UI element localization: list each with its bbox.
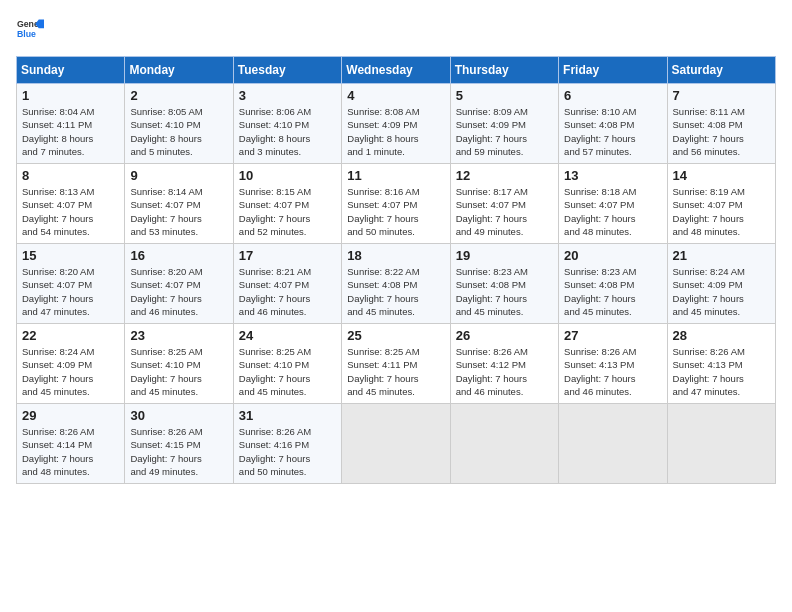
calendar-cell: 22Sunrise: 8:24 AMSunset: 4:09 PMDayligh…: [17, 324, 125, 404]
day-number: 18: [347, 248, 444, 263]
day-number: 6: [564, 88, 661, 103]
day-info: and 50 minutes.: [347, 225, 444, 238]
day-info: Sunrise: 8:17 AM: [456, 185, 553, 198]
day-info: Sunset: 4:08 PM: [456, 278, 553, 291]
day-info: Sunset: 4:07 PM: [22, 198, 119, 211]
day-number: 24: [239, 328, 336, 343]
day-info: Daylight: 8 hours: [22, 132, 119, 145]
day-info: Sunrise: 8:08 AM: [347, 105, 444, 118]
day-info: Daylight: 7 hours: [22, 292, 119, 305]
day-info: Sunset: 4:13 PM: [564, 358, 661, 371]
day-info: Sunrise: 8:16 AM: [347, 185, 444, 198]
col-header-friday: Friday: [559, 57, 667, 84]
day-info: and 45 minutes.: [239, 385, 336, 398]
calendar-table: SundayMondayTuesdayWednesdayThursdayFrid…: [16, 56, 776, 484]
calendar-cell: 11Sunrise: 8:16 AMSunset: 4:07 PMDayligh…: [342, 164, 450, 244]
calendar-cell: 20Sunrise: 8:23 AMSunset: 4:08 PMDayligh…: [559, 244, 667, 324]
day-info: Sunrise: 8:13 AM: [22, 185, 119, 198]
calendar-cell: 5Sunrise: 8:09 AMSunset: 4:09 PMDaylight…: [450, 84, 558, 164]
day-number: 25: [347, 328, 444, 343]
day-number: 8: [22, 168, 119, 183]
calendar-cell: 24Sunrise: 8:25 AMSunset: 4:10 PMDayligh…: [233, 324, 341, 404]
day-info: and 3 minutes.: [239, 145, 336, 158]
day-info: Sunset: 4:08 PM: [673, 118, 770, 131]
day-info: and 7 minutes.: [22, 145, 119, 158]
day-info: and 53 minutes.: [130, 225, 227, 238]
day-info: and 47 minutes.: [673, 385, 770, 398]
day-number: 22: [22, 328, 119, 343]
day-number: 21: [673, 248, 770, 263]
calendar-cell: 28Sunrise: 8:26 AMSunset: 4:13 PMDayligh…: [667, 324, 775, 404]
day-info: and 45 minutes.: [130, 385, 227, 398]
day-info: Daylight: 7 hours: [239, 372, 336, 385]
day-number: 12: [456, 168, 553, 183]
day-info: and 54 minutes.: [22, 225, 119, 238]
day-info: Sunrise: 8:26 AM: [130, 425, 227, 438]
day-info: Daylight: 7 hours: [673, 292, 770, 305]
page-header: General Blue: [16, 16, 776, 44]
day-number: 7: [673, 88, 770, 103]
day-info: Sunset: 4:09 PM: [673, 278, 770, 291]
day-number: 31: [239, 408, 336, 423]
day-info: Daylight: 7 hours: [130, 212, 227, 225]
calendar-cell: 23Sunrise: 8:25 AMSunset: 4:10 PMDayligh…: [125, 324, 233, 404]
day-info: Daylight: 7 hours: [347, 212, 444, 225]
day-info: Sunset: 4:09 PM: [347, 118, 444, 131]
calendar-cell: 18Sunrise: 8:22 AMSunset: 4:08 PMDayligh…: [342, 244, 450, 324]
day-info: Daylight: 7 hours: [347, 292, 444, 305]
day-info: and 45 minutes.: [564, 305, 661, 318]
calendar-cell: 7Sunrise: 8:11 AMSunset: 4:08 PMDaylight…: [667, 84, 775, 164]
day-number: 5: [456, 88, 553, 103]
day-number: 28: [673, 328, 770, 343]
day-number: 30: [130, 408, 227, 423]
day-info: Sunrise: 8:26 AM: [564, 345, 661, 358]
day-info: Sunrise: 8:23 AM: [456, 265, 553, 278]
day-info: Sunrise: 8:24 AM: [673, 265, 770, 278]
day-info: Sunset: 4:10 PM: [130, 118, 227, 131]
day-info: Sunset: 4:11 PM: [347, 358, 444, 371]
day-number: 1: [22, 88, 119, 103]
day-info: and 56 minutes.: [673, 145, 770, 158]
day-info: Daylight: 7 hours: [456, 212, 553, 225]
day-number: 11: [347, 168, 444, 183]
day-info: Daylight: 7 hours: [239, 292, 336, 305]
day-info: Sunset: 4:15 PM: [130, 438, 227, 451]
day-number: 3: [239, 88, 336, 103]
day-info: Daylight: 7 hours: [673, 132, 770, 145]
calendar-cell: [667, 404, 775, 484]
calendar-cell: 9Sunrise: 8:14 AMSunset: 4:07 PMDaylight…: [125, 164, 233, 244]
day-number: 29: [22, 408, 119, 423]
day-info: and 48 minutes.: [673, 225, 770, 238]
day-info: Sunrise: 8:09 AM: [456, 105, 553, 118]
day-info: Sunset: 4:16 PM: [239, 438, 336, 451]
day-number: 23: [130, 328, 227, 343]
calendar-cell: 17Sunrise: 8:21 AMSunset: 4:07 PMDayligh…: [233, 244, 341, 324]
day-number: 9: [130, 168, 227, 183]
day-info: Sunset: 4:07 PM: [239, 198, 336, 211]
day-number: 26: [456, 328, 553, 343]
day-info: Daylight: 7 hours: [130, 292, 227, 305]
day-info: and 49 minutes.: [456, 225, 553, 238]
day-info: Sunset: 4:07 PM: [673, 198, 770, 211]
calendar-cell: 2Sunrise: 8:05 AMSunset: 4:10 PMDaylight…: [125, 84, 233, 164]
day-info: Sunrise: 8:25 AM: [347, 345, 444, 358]
calendar-cell: 26Sunrise: 8:26 AMSunset: 4:12 PMDayligh…: [450, 324, 558, 404]
logo: General Blue: [16, 16, 48, 44]
day-info: and 45 minutes.: [22, 385, 119, 398]
day-info: Daylight: 7 hours: [22, 212, 119, 225]
col-header-saturday: Saturday: [667, 57, 775, 84]
day-info: Sunset: 4:07 PM: [130, 198, 227, 211]
col-header-wednesday: Wednesday: [342, 57, 450, 84]
day-info: Daylight: 7 hours: [564, 292, 661, 305]
day-info: Sunset: 4:07 PM: [456, 198, 553, 211]
day-info: Sunrise: 8:14 AM: [130, 185, 227, 198]
day-info: and 57 minutes.: [564, 145, 661, 158]
day-info: and 5 minutes.: [130, 145, 227, 158]
day-info: Sunset: 4:08 PM: [564, 118, 661, 131]
calendar-cell: 19Sunrise: 8:23 AMSunset: 4:08 PMDayligh…: [450, 244, 558, 324]
calendar-cell: [450, 404, 558, 484]
day-info: Sunrise: 8:15 AM: [239, 185, 336, 198]
calendar-cell: 10Sunrise: 8:15 AMSunset: 4:07 PMDayligh…: [233, 164, 341, 244]
day-info: Sunset: 4:07 PM: [130, 278, 227, 291]
day-info: Daylight: 7 hours: [456, 132, 553, 145]
